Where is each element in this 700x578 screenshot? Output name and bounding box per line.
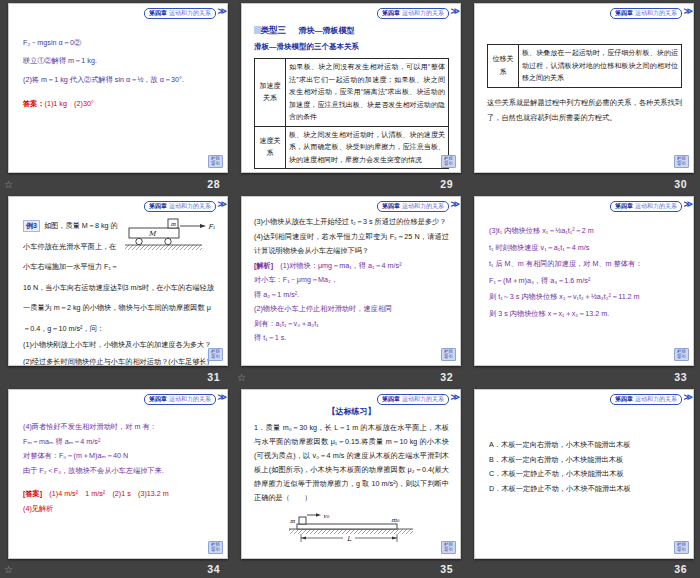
slide-thumbnail-28[interactable]: 第四章运动和力的关系 ≫ F₂－mgsin α＝0② 联立①②解得 m＝1 kg… xyxy=(8,3,228,173)
plank-figure: m v₀ m₀ L xyxy=(254,509,449,549)
chevron-right-icon: ≫ xyxy=(218,5,227,18)
section-title: 【达标练习】 xyxy=(254,406,449,417)
star-icon[interactable]: ☆ xyxy=(237,373,246,383)
solution-line: 由于 F₂＜F₀，故物块不会从小车左端掉下来. xyxy=(23,464,216,479)
slide-thumbnail-31[interactable]: 第四章运动和力的关系 ≫ M m xyxy=(8,196,228,366)
plank xyxy=(297,524,397,529)
plank-mass-label: m₀ xyxy=(391,516,400,523)
column-nav-icon: 栏目导引 xyxy=(674,155,689,168)
force-arrowhead xyxy=(200,224,206,228)
chapter-badge: 第四章运动和力的关系 xyxy=(610,394,682,405)
solution-line: (3)t₁ 内物块位移 x₁＝½a₁t₁²＝2 m xyxy=(489,223,682,240)
cart-figure: M m F₁ xyxy=(124,214,216,258)
chapter-badge: 第四章运动和力的关系 xyxy=(610,8,682,19)
cell-28: 第四章运动和力的关系 ≫ F₂－mgsin α＝0② 联立①②解得 m＝1 kg… xyxy=(0,0,233,193)
formula-line: (2)将 m＝1 kg 代入②式解得 sin α＝½，故 α＝30°. xyxy=(23,73,216,86)
solution-line: (2)物块在小车上停止相对滑动时，速度相同 xyxy=(254,302,449,317)
cell-34: 第四章运动和力的关系 ≫ (4)两者恰好不发生相对滑动时，对 m 有： Fₘ＝m… xyxy=(0,386,233,578)
question-line: (3)小物块从放在车上开始经过 t₂＝3 s 所通过的位移是多少？ xyxy=(254,215,449,230)
slide-thumbnail-34[interactable]: 第四章运动和力的关系 ≫ (4)两者恰好不发生相对滑动时，对 m 有： Fₘ＝m… xyxy=(8,389,228,559)
cell-36: 第四章运动和力的关系 ≫ A．木板一定向右滑动，小木块不能滑出木板 B．木板一定… xyxy=(466,386,700,578)
cell-32: 第四章运动和力的关系 ≫ (3)小物块从放在车上开始经过 t₂＝3 s 所通过的… xyxy=(233,193,466,386)
chapter-badge: 第四章运动和力的关系 xyxy=(377,8,449,19)
column-nav-icon: 栏目导引 xyxy=(674,541,689,554)
star-icon[interactable]: ☆ xyxy=(4,180,13,190)
answer-text: (1)4 m/s² 1 m/s² (2)1 s (3)13.2 m xyxy=(42,489,169,498)
plank-diagram: m v₀ m₀ L xyxy=(287,509,417,545)
slide-thumbnail-33[interactable]: 第四章运动和力的关系 ≫ (3)t₁ 内物块位移 x₁＝½a₁t₁²＝2 m t… xyxy=(474,196,694,366)
solution-line: Fₘ＝maₘ 得 aₘ＝4 m/s² xyxy=(23,435,216,450)
cell-30: 第四章运动和力的关系 ≫ 位移关系 板、块叠放在一起运动时，应仔细分析板、块的运… xyxy=(466,0,700,193)
chevron-right-icon: ≫ xyxy=(684,5,693,18)
option-line: A．木板一定向右滑动，小木块不能滑出木板 xyxy=(489,438,682,453)
question-line: (4)达到相同速度时，若水平恒力立即变为 F₂＝25 N，请通过计算说明物块会从… xyxy=(254,230,449,259)
slide-thumbnail-36[interactable]: 第四章运动和力的关系 ≫ A．木板一定向右滑动，小木块不能滑出木板 B．木板一定… xyxy=(474,389,694,559)
column-nav-icon: 栏目导引 xyxy=(441,348,456,361)
relation-table: 加速度关系 如果板、块之间没有发生相对运动，可以用“整体法”求出它们一起运动的加… xyxy=(254,58,449,169)
question-line: (1)小物块刚放上小车时，小物块及小车的加速度各为多大？ xyxy=(23,337,216,354)
column-nav-icon: 栏目导引 xyxy=(208,155,223,168)
solution-line: 则 3 s 内物块位移 x＝x₁＋x₂＝13.2 m. xyxy=(489,306,682,323)
option-line: B．木板一定向右滑动，小木块能滑出木板 xyxy=(489,453,682,468)
option-line: C．木板一定静止不动，小木块能滑出木板 xyxy=(489,467,682,482)
solution-line: 对整体有：F₀＝(m＋M)aₘ＝40 N xyxy=(23,449,216,464)
slide-thumbnail-29[interactable]: 第四章运动和力的关系 ≫ 类型三 滑块—滑板模型 滑板—滑块模型的三个基本关系 … xyxy=(241,3,461,173)
dim-arrowhead xyxy=(301,537,306,540)
relation-table: 位移关系 板、块叠放在一起运动时，应仔细分析板、块的运动过程，认清板块对地的位移… xyxy=(487,44,682,88)
chapter-badge: 第四章运动和力的关系 xyxy=(377,201,449,212)
answer-line: (4)见解析 xyxy=(23,502,216,517)
slide-thumbnail-32[interactable]: 第四章运动和力的关系 ≫ (3)小物块从放在车上开始经过 t₂＝3 s 所通过的… xyxy=(241,196,461,366)
cell-31: 第四章运动和力的关系 ≫ M m xyxy=(0,193,233,386)
page-number: 35 xyxy=(440,563,453,575)
length-label: L xyxy=(346,535,351,543)
answer-label: [答案] xyxy=(23,489,42,498)
column-nav-icon: 栏目导引 xyxy=(674,348,689,361)
page-number: 32 xyxy=(440,371,453,383)
slide-thumbnail-30[interactable]: 第四章运动和力的关系 ≫ 位移关系 板、块叠放在一起运动时，应仔细分析板、块的运… xyxy=(474,3,694,173)
velocity-arrowhead xyxy=(316,513,321,517)
solution-line: 则 t₁～3 s 内物块位移 x₂＝v₁t₂＋½a₃t₂²＝11.2 m xyxy=(489,289,682,306)
chevron-right-icon: ≫ xyxy=(218,391,227,404)
answer-line: 答案：(1)1 kg (2)30° xyxy=(23,97,216,110)
answer-line: [答案] (1)4 m/s² 1 m/s² (2)1 s (3)13.2 m xyxy=(23,487,216,502)
table-row: 加速度关系 如果板、块之间没有发生相对运动，可以用“整体法”求出它们一起运动的加… xyxy=(255,59,449,127)
page-number: 31 xyxy=(207,371,220,383)
chevron-right-icon: ≫ xyxy=(218,198,227,211)
answer-label: 答案： xyxy=(23,99,45,108)
star-icon[interactable]: ☆ xyxy=(4,565,13,575)
chevron-right-icon: ≫ xyxy=(684,391,693,404)
type-label: 类型三 xyxy=(260,25,286,35)
row-header: 速度关系 xyxy=(255,126,286,169)
block-mass-label: m xyxy=(170,221,176,227)
page-number: 34 xyxy=(207,563,220,575)
solution-line: t₁ 时刻物块速度 v₁＝a₁t₁＝4 m/s xyxy=(489,240,682,257)
solution-line: 则有：a₁t₁＝v₀＋a₂t₁ xyxy=(254,317,449,332)
chapter-badge: 第四章运动和力的关系 xyxy=(144,201,216,212)
velocity-label: v₀ xyxy=(323,512,329,519)
cart-wheel xyxy=(165,238,171,244)
solution-line: t₁ 后 M、m 有相同的加速度，对 M、m 整体有： xyxy=(489,256,682,273)
row-body: 板、块之间发生相对运动时，认清板、块的速度关系，从而确定板、块受到的摩擦力，应注… xyxy=(286,126,449,169)
solution-line: 对小车：F₁－μmg＝Ma₂， xyxy=(254,273,449,288)
slide-thumbnail-grid: 第四章运动和力的关系 ≫ F₂－mgsin α＝0② 联立①②解得 m＝1 kg… xyxy=(0,0,700,578)
page-number: 29 xyxy=(440,178,453,190)
cart-diagram: M m F₁ xyxy=(124,214,216,254)
row-header: 位移关系 xyxy=(488,45,519,88)
formula-line: 联立①②解得 m＝1 kg. xyxy=(23,54,216,67)
solution-line: [解析] (1)对物块：μmg＝ma₁，得 a₁＝4 m/s² xyxy=(254,259,449,274)
chevron-right-icon: ≫ xyxy=(451,391,460,404)
chevron-right-icon: ≫ xyxy=(684,198,693,211)
paragraph: 这些关系就是解题过程中列方程所必需的关系，各种关系找到了，自然也就容易列出所需要… xyxy=(487,95,682,125)
subtitle: 滑板—滑块模型的三个基本关系 xyxy=(254,42,449,52)
column-nav-icon: 栏目导引 xyxy=(441,155,456,168)
slide-thumbnail-35[interactable]: 第四章运动和力的关系 ≫ 【达标练习】 1．质量 m₀＝30 kg，长 L＝1 … xyxy=(241,389,461,559)
formula-line: F₂－mgsin α＝0② xyxy=(23,36,216,49)
column-nav-icon: 栏目导引 xyxy=(208,348,223,361)
solution-label: [解析] xyxy=(254,261,273,270)
row-header: 加速度关系 xyxy=(255,59,286,127)
force-label: F₁ xyxy=(208,223,216,231)
solution-line: 得 t₁＝1 s. xyxy=(254,331,449,346)
row-body: 板、块叠放在一起运动时，应仔细分析板、块的运动过程，认清板块对地的位移和板块之间… xyxy=(519,45,682,88)
page-number: 36 xyxy=(674,563,687,575)
chapter-badge: 第四章运动和力的关系 xyxy=(377,394,449,405)
